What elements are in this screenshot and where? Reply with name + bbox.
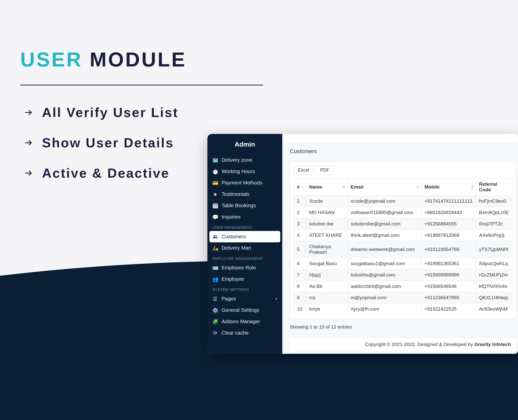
- card-icon: 💳: [212, 180, 218, 186]
- table-row[interactable]: 7Hjsjzjbsbshhs@gmail.com+915999999999rGc…: [294, 269, 512, 281]
- cell-mobile: +915999999999: [421, 269, 476, 281]
- heading-part2: MODULE: [90, 48, 187, 71]
- footer-text: Copyright © 2021-2022. Designed & Develo…: [365, 342, 474, 347]
- sidebar-item-general-settings[interactable]: ⚙️ General Settings: [207, 305, 282, 316]
- col-email[interactable]: Email▲▼: [348, 179, 421, 196]
- col-name[interactable]: Name▲▼: [306, 179, 348, 196]
- cell-mobile: +8801826816442: [421, 207, 476, 218]
- cell-idx: 5: [294, 241, 306, 258]
- sidebar-item-delivery-man[interactable]: 🛵 Delivery Man: [207, 242, 282, 254]
- col-referral[interactable]: Referral Code: [476, 179, 512, 196]
- chevron-down-icon: ▾: [275, 297, 277, 301]
- content-area: Customers Excel PDF #▲ Name▲▼ Email▲▼ Mo…: [282, 134, 518, 354]
- sidebar-item-testimonials[interactable]: ★ Testimonials: [207, 189, 282, 200]
- cell-email: dreamic.webwork@gmail.com: [348, 241, 421, 258]
- topbar: [282, 134, 518, 143]
- cell-idx: 7: [294, 269, 306, 281]
- sidebar-item-delivery-zone[interactable]: 🗺️ Delivery zone: [207, 154, 282, 166]
- cell-referral: B4m9QpLc0E: [476, 207, 512, 218]
- customers-card: Excel PDF #▲ Name▲▼ Email▲▼ Mobile▲▼ Ref…: [290, 162, 516, 319]
- table-row[interactable]: 4ATEET KHAREthink.ateet@gmail.com+918887…: [294, 230, 512, 241]
- cell-name: Chaitanya Prakash: [306, 241, 348, 258]
- sidebar-item-employee-role[interactable]: 🪪 Employee Role: [207, 262, 282, 273]
- cell-name: ms: [306, 292, 348, 304]
- customers-table: #▲ Name▲▼ Email▲▼ Mobile▲▼ Referral Code…: [294, 178, 512, 315]
- heading-part1: USER: [20, 48, 82, 71]
- cell-name: Hjsjzj: [306, 269, 348, 281]
- cell-mobile: +918887812068: [421, 230, 476, 241]
- table-row[interactable]: 6Sougat Basusougatbasu1@gmail.com+918981…: [294, 258, 512, 269]
- cell-name: Sougat Basu: [306, 258, 348, 269]
- footer-brand[interactable]: Gravity Infotech: [474, 342, 511, 347]
- sidebar-item-working-hours[interactable]: ⏱️ Working Hours: [207, 166, 282, 177]
- sidebar-item-label: Table Bookings: [222, 203, 256, 208]
- sidebar-item-clear-cache[interactable]: ⟳ Clear cache: [207, 327, 282, 339]
- sidebar-item-label: General Settings: [222, 307, 259, 313]
- puzzle-icon: 🧩: [212, 319, 218, 324]
- feature-label: Active & Deactive: [42, 166, 169, 181]
- cell-email: bsbshhs@gmail.com: [348, 269, 421, 281]
- export-pdf-button[interactable]: PDF: [316, 166, 334, 175]
- sidebar-item-pages[interactable]: ☰ Pages ▾: [207, 293, 282, 305]
- cell-idx: 3: [294, 218, 306, 230]
- sidebar-item-label: Addons Manager: [222, 319, 260, 324]
- cell-referral: kfQTNXKh4s: [476, 281, 512, 292]
- cell-mobile: +910123654789: [421, 241, 476, 258]
- page-heading: USER MODULE: [20, 48, 186, 71]
- cell-referral: rGcZMUFj2m: [476, 269, 512, 281]
- cell-mobile: +91741474111111111: [421, 196, 476, 207]
- feature-item: Show User Details: [23, 135, 179, 150]
- feature-item: All Verify User List: [23, 105, 179, 120]
- table-row[interactable]: 10trrtytrrtyry@fh.com+91522422525Ac83eoW…: [294, 304, 512, 315]
- cell-referral: hsFjmC9eo0: [476, 196, 512, 207]
- sidebar-item-payment-methods[interactable]: 💳 Payment Methods: [207, 177, 282, 189]
- cell-name: Xcode: [306, 196, 348, 207]
- cell-email: aabbccbbtt@gmail.com: [348, 281, 421, 292]
- cell-email: m@yopmail.com: [348, 292, 421, 304]
- map-icon: 🗺️: [212, 157, 218, 163]
- refresh-icon: ⟳: [212, 330, 218, 336]
- section-system-settings: SYSTEM SETTINGS: [207, 285, 282, 293]
- sidebar-item-label: Employee: [222, 276, 244, 282]
- cell-email: solutionibe@gmail.com: [348, 218, 421, 230]
- cell-idx: 1: [294, 196, 306, 207]
- page-title: Customers: [290, 148, 516, 155]
- cell-referral: QKXLU4htwp: [476, 292, 512, 304]
- cell-referral: SdpucQwhLq: [476, 258, 512, 269]
- section-employee-management: EMPLOYEE MANAGEMENT: [207, 254, 282, 262]
- table-row[interactable]: 2MD HASANmdhasan015880@gmail.com+8801826…: [294, 207, 512, 218]
- table-row[interactable]: 5Chaitanya Prakashdreamic.webwork@gmail.…: [294, 241, 512, 258]
- sort-icon: ▲: [301, 186, 304, 188]
- cell-referral: AXe9nPrgJj: [476, 230, 512, 241]
- table-row[interactable]: 9msm@yopmail.com+911236547890QKXLU4htwp: [294, 292, 512, 304]
- cell-idx: 4: [294, 230, 306, 241]
- table-row[interactable]: 8Aa Bbaabbccbbtt@gmail.com+91566546546kf…: [294, 281, 512, 292]
- table-row[interactable]: 1Xcodexcode@yopmail.com+9174147411111111…: [294, 196, 512, 207]
- cell-idx: 6: [294, 258, 306, 269]
- cell-mobile: +91522422525: [421, 304, 476, 315]
- sidebar-item-label: Pages: [222, 296, 236, 302]
- col-mobile[interactable]: Mobile▲▼: [421, 179, 476, 196]
- cell-name: MD HASAN: [306, 207, 348, 218]
- sidebar-item-inquiries[interactable]: 💬 Inquiries: [207, 211, 282, 223]
- content-inner: Customers Excel PDF #▲ Name▲▼ Email▲▼ Mo…: [282, 143, 518, 354]
- cell-email: sougatbasu1@gmail.com: [348, 258, 421, 269]
- section-user-management: USER MANAGEMENT: [207, 223, 282, 231]
- col-index[interactable]: #▲: [294, 179, 306, 196]
- cell-referral: 0nsji7PT2c: [476, 218, 512, 230]
- arrow-right-icon: [23, 107, 34, 118]
- export-excel-button[interactable]: Excel: [294, 166, 313, 175]
- cell-idx: 2: [294, 207, 306, 218]
- sidebar-item-customers[interactable]: Customers: [209, 231, 280, 242]
- footer: Copyright © 2021-2022. Designed & Develo…: [290, 337, 516, 351]
- admin-panel: Admin 🗺️ Delivery zone ⏱️ Working Hours …: [207, 134, 518, 354]
- sidebar-item-label: Payment Methods: [222, 180, 262, 186]
- calendar-icon: 🗓️: [212, 203, 218, 208]
- table-row[interactable]: 3solution ibesolutionibe@gmail.com+91256…: [294, 218, 512, 230]
- cell-idx: 9: [294, 292, 306, 304]
- sidebar-item-table-bookings[interactable]: 🗓️ Table Bookings: [207, 200, 282, 211]
- sidebar-item-employee[interactable]: 👥 Employee: [207, 273, 282, 285]
- cell-idx: 10: [294, 304, 306, 315]
- sidebar-item-addons-manager[interactable]: 🧩 Addons Manager: [207, 316, 282, 327]
- sidebar-item-label: Working Hours: [222, 169, 255, 174]
